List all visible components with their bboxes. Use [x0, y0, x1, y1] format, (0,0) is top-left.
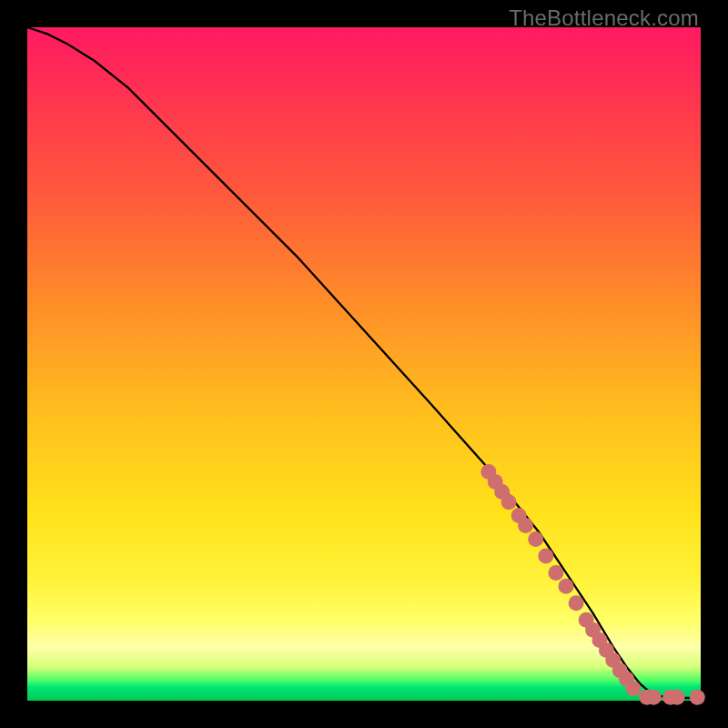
- main-curve: [27, 27, 701, 698]
- data-point: [501, 494, 517, 510]
- data-point: [518, 518, 533, 533]
- data-point: [690, 690, 705, 705]
- chart-stage: TheBottleneck.com: [0, 0, 728, 728]
- data-point: [569, 595, 584, 611]
- data-point: [626, 681, 642, 696]
- chart-svg: [27, 27, 701, 701]
- data-points: [480, 464, 704, 705]
- data-point: [538, 548, 553, 563]
- data-point: [548, 565, 563, 581]
- data-point: [528, 531, 543, 547]
- data-point: [646, 690, 662, 705]
- plot-area: [27, 27, 701, 701]
- data-point: [559, 579, 574, 594]
- data-point: [670, 690, 685, 705]
